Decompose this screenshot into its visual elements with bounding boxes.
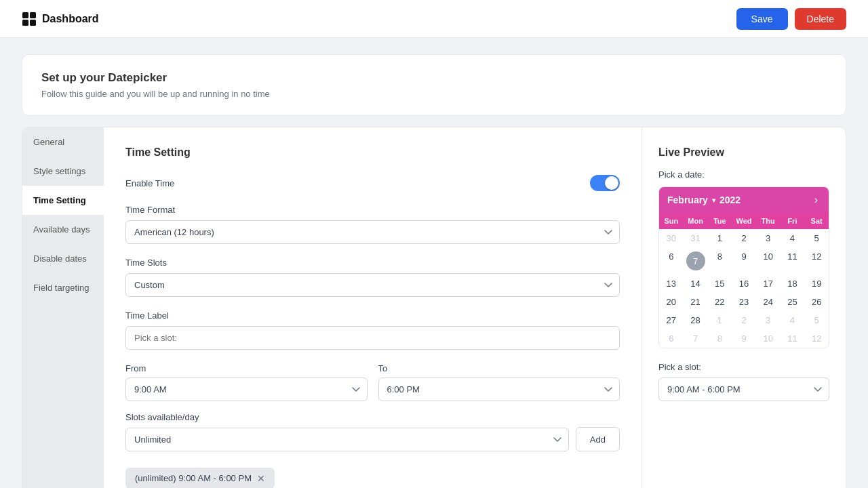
cal-day[interactable]: 4: [781, 311, 805, 329]
main-content: Set up your Datepicker Follow this guide…: [0, 38, 868, 488]
cal-day[interactable]: 9: [732, 247, 756, 274]
sidebar-item-time-setting[interactable]: Time Setting: [22, 186, 104, 215]
cal-year: 2022: [719, 195, 741, 205]
cal-dow-mon: Mon: [684, 213, 708, 229]
cal-day[interactable]: 19: [804, 274, 829, 293]
cal-dow-tue: Tue: [707, 213, 732, 229]
cal-day[interactable]: 10: [756, 247, 781, 274]
cal-dow-fri: Fri: [781, 213, 805, 229]
time-label-input[interactable]: [125, 326, 620, 350]
svg-rect-3: [30, 20, 36, 26]
cal-day[interactable]: 4: [781, 229, 805, 247]
to-select[interactable]: 6:00 PM 6:30 PM 7:00 PM: [378, 378, 620, 401]
cal-day[interactable]: 1: [707, 311, 732, 329]
time-format-select[interactable]: American (12 hours) European (24 hours): [125, 220, 620, 244]
cal-day[interactable]: 1: [707, 229, 732, 247]
delete-button[interactable]: Delete: [795, 8, 846, 30]
cal-day-selected[interactable]: 7: [684, 247, 708, 274]
cal-day[interactable]: 9: [732, 329, 756, 348]
setup-card: Set up your Datepicker Follow this guide…: [22, 54, 846, 116]
calendar: February ▾ 2022 › Sun Mon Tue Wed Thu Fr…: [658, 186, 829, 348]
sidebar-item-style-settings[interactable]: Style settings: [22, 157, 104, 186]
cal-dow-wed: Wed: [732, 213, 756, 229]
from-label: From: [125, 363, 368, 373]
live-preview-panel: Live Preview Pick a date: February ▾ 202…: [642, 127, 846, 488]
time-label-row: Time Label: [125, 310, 620, 350]
cal-day[interactable]: 27: [659, 311, 684, 329]
topnav-brand: Dashboard: [22, 12, 99, 26]
pick-date-label: Pick a date:: [658, 169, 829, 180]
sidebar-item-available-days[interactable]: Available days: [22, 215, 104, 244]
cal-day[interactable]: 11: [781, 247, 805, 274]
chip-0-close[interactable]: ✕: [257, 474, 265, 483]
sidebar-item-general[interactable]: General: [22, 127, 104, 157]
cal-header: February ▾ 2022 ›: [659, 187, 829, 213]
from-select[interactable]: 9:00 AM 9:30 AM 10:00 AM: [125, 378, 368, 401]
time-slots-label: Time Slots: [125, 258, 620, 268]
cal-day[interactable]: 11: [781, 329, 805, 348]
cal-day[interactable]: 2: [732, 311, 756, 329]
cal-day[interactable]: 31: [684, 229, 708, 247]
cal-day[interactable]: 12: [804, 247, 829, 274]
from-to-row: From 9:00 AM 9:30 AM 10:00 AM To 6:00 PM…: [125, 363, 620, 401]
cal-day[interactable]: 17: [756, 274, 781, 293]
cal-day[interactable]: 20: [659, 293, 684, 311]
setup-subtitle: Follow this guide and you will be up and…: [41, 89, 827, 99]
cal-day[interactable]: 16: [732, 274, 756, 293]
sidebar-item-field-targeting[interactable]: Field targeting: [22, 273, 104, 302]
cal-day[interactable]: 3: [756, 229, 781, 247]
cal-day[interactable]: 6: [659, 329, 684, 348]
add-button[interactable]: Add: [576, 427, 620, 451]
dashboard-icon: [22, 12, 37, 26]
time-label-label: Time Label: [125, 310, 620, 321]
preview-title: Live Preview: [658, 146, 829, 159]
cal-day[interactable]: 5: [804, 229, 829, 247]
cal-day[interactable]: 26: [804, 293, 829, 311]
cal-day[interactable]: 12: [804, 329, 829, 348]
sidebar-item-disable-dates[interactable]: Disable dates: [22, 244, 104, 273]
cal-day[interactable]: 2: [732, 229, 756, 247]
cal-dow-sat: Sat: [804, 213, 829, 229]
cal-day[interactable]: 5: [804, 311, 829, 329]
cal-day[interactable]: 15: [707, 274, 732, 293]
panel-title: Time Setting: [125, 146, 620, 159]
app-title: Dashboard: [42, 13, 99, 25]
save-button[interactable]: Save: [736, 8, 788, 30]
time-setting-panel: Time Setting Enable Time Time Format Ame…: [104, 127, 642, 488]
cal-dow-sun: Sun: [659, 213, 684, 229]
cal-day[interactable]: 7: [684, 329, 708, 348]
time-format-label: Time Format: [125, 205, 620, 215]
cal-day[interactable]: 8: [707, 247, 732, 274]
cal-day[interactable]: 25: [781, 293, 805, 311]
topnav-actions: Save Delete: [736, 8, 846, 30]
cal-day[interactable]: 22: [707, 293, 732, 311]
cal-next-button[interactable]: ›: [812, 194, 821, 206]
slots-available-row: Slots available/day Unlimited 1 2 3 5 10…: [125, 412, 620, 451]
pick-slot-label: Pick a slot:: [658, 362, 829, 372]
cal-day[interactable]: 18: [781, 274, 805, 293]
cal-month: February: [667, 195, 708, 205]
time-slots-select[interactable]: Custom Auto: [125, 273, 620, 297]
slots-per-day-select[interactable]: Unlimited 1 2 3 5 10: [125, 428, 569, 451]
cal-day[interactable]: 21: [684, 293, 708, 311]
cal-day[interactable]: 14: [684, 274, 708, 293]
cal-day[interactable]: 30: [659, 229, 684, 247]
cal-day[interactable]: 24: [756, 293, 781, 311]
cal-month-year: February ▾ 2022: [667, 195, 741, 205]
slots-col: Slots available/day Unlimited 1 2 3 5 10: [125, 412, 569, 451]
slot-select[interactable]: 9:00 AM - 6:00 PM 4:15 AM - 6:00 PM: [658, 378, 829, 401]
cal-month-chevron-icon: ▾: [712, 197, 715, 204]
enable-time-toggle[interactable]: [590, 175, 620, 191]
slots-per-day-label: Slots available/day: [125, 412, 569, 422]
topnav: Dashboard Save Delete: [0, 0, 868, 38]
cal-day[interactable]: 10: [756, 329, 781, 348]
time-slots-row: Time Slots Custom Auto: [125, 258, 620, 297]
cal-day[interactable]: 28: [684, 311, 708, 329]
cal-day[interactable]: 8: [707, 329, 732, 348]
chip-0: (unlimited) 9:00 AM - 6:00 PM ✕: [125, 468, 275, 488]
cal-day[interactable]: 3: [756, 311, 781, 329]
cal-day[interactable]: 6: [659, 247, 684, 274]
time-format-row: Time Format American (12 hours) European…: [125, 205, 620, 244]
cal-day[interactable]: 13: [659, 274, 684, 293]
cal-day[interactable]: 23: [732, 293, 756, 311]
